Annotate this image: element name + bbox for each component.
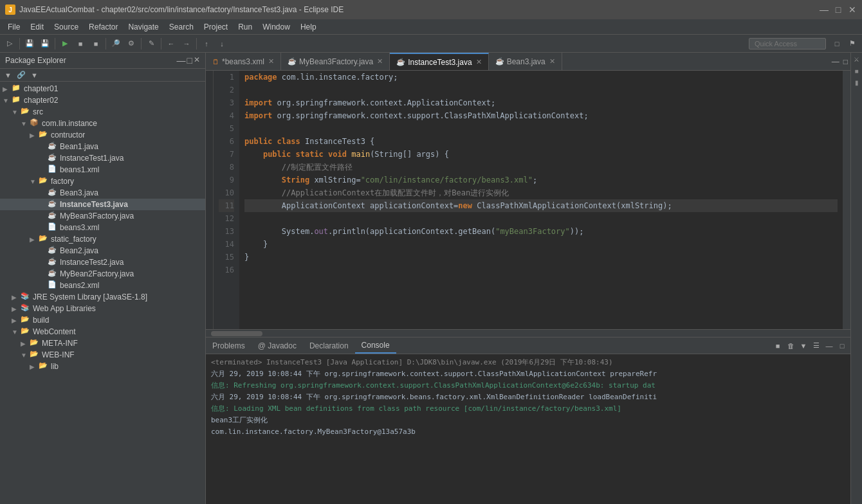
toolbar-btn-11[interactable]: ↑ — [199, 37, 214, 51]
console-stop[interactable]: ■ — [772, 340, 784, 352]
tree-item-build[interactable]: ▶📂build — [0, 314, 205, 326]
toolbar-btn-7[interactable]: ⚙ — [124, 37, 138, 51]
code-content[interactable]: package com.lin.instance.factory; import… — [239, 71, 843, 329]
tree-arrow[interactable]: ▶ — [21, 340, 30, 347]
breakpoint-15[interactable] — [206, 209, 213, 215]
tree-arrow[interactable]: ▶ — [30, 363, 39, 370]
tree-item-lib[interactable]: ▶📂lib — [0, 361, 205, 372]
menu-item-edit[interactable]: Edit — [25, 21, 49, 33]
bottom-tab-console[interactable]: Console — [355, 338, 396, 354]
rs-btn-2[interactable]: ■ — [852, 66, 862, 76]
breakpoint-5[interactable] — [206, 113, 213, 119]
tree-item-JRE[interactable]: ▶📚JRE System Library [JavaSE-1.8] — [0, 291, 205, 303]
toolbar-btn-3[interactable]: 💾 — [38, 37, 52, 51]
console-menu[interactable]: ☰ — [811, 340, 822, 352]
breakpoint-8[interactable] — [206, 141, 213, 148]
breakpoint-11[interactable] — [206, 170, 213, 177]
pe-menu[interactable]: ▼ — [29, 71, 40, 80]
toolbar-btn-8[interactable]: ✎ — [144, 37, 158, 51]
breakpoint-4[interactable] — [206, 103, 213, 109]
tree-arrow[interactable]: ▼ — [21, 352, 30, 359]
menu-item-file[interactable]: File — [3, 21, 25, 33]
breakpoint-13[interactable] — [206, 190, 213, 196]
toolbar-btn-10[interactable]: → — [179, 37, 194, 51]
tree-item-Bean2.java[interactable]: ☕Bean2.java — [0, 245, 205, 256]
toolbar-btn-run[interactable]: ▶ — [58, 37, 72, 51]
tree-arrow[interactable]: ▼ — [21, 120, 30, 127]
tree-item-WebContent[interactable]: ▼📂WebContent — [0, 326, 205, 338]
editor-tab-Bean3.java[interactable]: ☕Bean3.java✕ — [489, 53, 562, 70]
tree-item-WEB-INF[interactable]: ▼📂WEB-INF — [0, 349, 205, 361]
menu-item-help[interactable]: Help — [295, 21, 322, 33]
maximize-button[interactable]: □ — [834, 5, 843, 14]
rs-btn-1[interactable]: ⚔ — [852, 54, 862, 64]
toolbar-btn-12[interactable]: ↓ — [215, 37, 229, 51]
console-minimize[interactable]: — — [823, 340, 835, 352]
tree-item-MyBean3Factory.java[interactable]: ☕MyBean3Factory.java — [0, 210, 205, 222]
pe-minimize[interactable]: — — [177, 55, 186, 66]
tree-item-factory[interactable]: ▼📂factory — [0, 176, 205, 187]
breakpoint-2[interactable] — [206, 84, 213, 90]
tree-item-InstanceTest3.java[interactable]: ☕InstanceTest3.java — [0, 199, 205, 210]
console-maximize[interactable]: □ — [836, 340, 848, 352]
tab-close-btn[interactable]: ✕ — [268, 57, 274, 66]
tab-close-btn[interactable]: ✕ — [549, 57, 555, 66]
tree-arrow[interactable]: ▼ — [30, 178, 39, 185]
breakpoint-1[interactable] — [206, 74, 213, 80]
menu-item-navigate[interactable]: Navigate — [123, 21, 163, 33]
tree-arrow[interactable]: ▼ — [12, 328, 21, 336]
tree-item-beans3.xml[interactable]: 📄beans3.xml — [0, 222, 205, 233]
tree-item-InstanceTest2.java[interactable]: ☕InstanceTest2.java — [0, 256, 205, 268]
tab-minimize[interactable]: — — [832, 57, 839, 66]
toolbar-btn-2[interactable]: 💾 — [23, 37, 37, 51]
breakpoint-10[interactable] — [206, 161, 213, 167]
tab-maximize[interactable]: □ — [843, 57, 848, 66]
bottom-tab-declaration[interactable]: Declaration — [303, 339, 355, 353]
breakpoint-3[interactable] — [206, 93, 213, 100]
menu-item-refactor[interactable]: Refactor — [84, 21, 123, 33]
tree-arrow[interactable]: ▶ — [12, 317, 21, 324]
menu-item-source[interactable]: Source — [49, 21, 84, 33]
pe-link-editor[interactable]: 🔗 — [15, 70, 28, 80]
breakpoint-6[interactable] — [206, 122, 213, 129]
tree-item-static_factory[interactable]: ▶📂static_factory — [0, 233, 205, 245]
editor-tab-beans3.xml[interactable]: 🗒*beans3.xml✕ — [206, 53, 281, 70]
editor-tab-InstanceTest3.java[interactable]: ☕InstanceTest3.java✕ — [390, 53, 488, 70]
editor-vertical-scrollbar[interactable] — [843, 71, 850, 329]
breakpoint-7[interactable] — [206, 132, 213, 138]
horizontal-scrollbar[interactable] — [206, 329, 850, 337]
menu-item-project[interactable]: Project — [199, 21, 233, 33]
breakpoint-12[interactable] — [206, 180, 213, 186]
pe-close[interactable]: ✕ — [194, 55, 200, 66]
tree-item-Bean3.java[interactable]: ☕Bean3.java — [0, 187, 205, 199]
tab-close-btn[interactable]: ✕ — [476, 58, 482, 66]
tree-item-WebAppLibs[interactable]: ▶📚Web App Libraries — [0, 303, 205, 314]
toolbar-btn-5[interactable]: ■ — [89, 37, 103, 51]
toolbar-right-2[interactable]: ⚑ — [845, 37, 859, 51]
tree-item-contructor[interactable]: ▶📂contructor — [0, 129, 205, 141]
quick-access-input[interactable] — [749, 38, 826, 50]
tree-item-MyBean2Factory.java[interactable]: ☕MyBean2Factory.java — [0, 268, 205, 280]
toolbar-btn-6[interactable]: 🔎 — [109, 37, 123, 51]
tree-arrow[interactable]: ▶ — [30, 132, 39, 139]
tree-item-beans2.xml[interactable]: 📄beans2.xml — [0, 280, 205, 291]
pe-maximize[interactable]: □ — [187, 55, 192, 66]
tree-item-chapter02[interactable]: ▼📁chapter02 — [0, 94, 205, 106]
bottom-tab-problems[interactable]: Problems — [206, 339, 252, 353]
toolbar-right-1[interactable]: □ — [830, 37, 844, 51]
menu-item-run[interactable]: Run — [233, 21, 257, 33]
toolbar-btn-1[interactable]: ▷ — [3, 37, 17, 51]
bottom-tab-javadoc[interactable]: @ Javadoc — [252, 339, 303, 353]
editor-tab-MyBean3Factory.java[interactable]: ☕MyBean3Factory.java✕ — [281, 53, 390, 70]
console-clear[interactable]: 🗑 — [785, 340, 796, 352]
tree-item-com.lin.instance[interactable]: ▼📦com.lin.instance — [0, 118, 205, 129]
close-button[interactable]: ✕ — [848, 5, 857, 14]
tree-arrow[interactable]: ▼ — [3, 97, 12, 104]
breakpoint-16[interactable] — [206, 219, 213, 225]
tree-item-chapter01[interactable]: ▶📁chapter01 — [0, 83, 205, 94]
toolbar-btn-4[interactable]: ■ — [73, 37, 87, 51]
toolbar-btn-9[interactable]: ← — [164, 37, 178, 51]
breakpoint-9[interactable] — [206, 151, 213, 158]
tree-arrow[interactable]: ▶ — [30, 236, 39, 243]
tree-item-src[interactable]: ▼📂src — [0, 106, 205, 118]
